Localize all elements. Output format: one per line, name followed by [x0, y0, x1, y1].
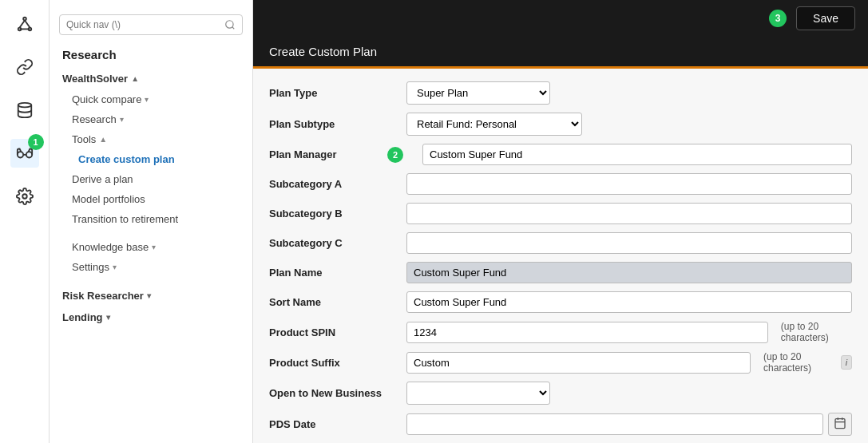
plan-name-row: Plan Name: [269, 262, 852, 283]
link-nav-item[interactable]: [10, 53, 39, 81]
sidebar-item-model-portfolios[interactable]: Model portfolios: [50, 189, 252, 209]
settings-label: Settings: [72, 261, 109, 273]
quick-compare-label: Quick compare: [72, 93, 141, 105]
info-icon[interactable]: i: [841, 355, 852, 370]
risk-researcher-group[interactable]: Risk Researcher ▾: [50, 285, 252, 307]
svg-point-11: [226, 21, 233, 28]
svg-point-8: [26, 152, 31, 157]
product-spin-label: Product SPIN: [269, 326, 397, 338]
risk-researcher-caret: ▾: [147, 291, 151, 300]
settings-caret: ▾: [113, 263, 117, 271]
subcategory-a-label: Subcategory A: [269, 178, 397, 190]
quick-compare-caret: ▾: [145, 95, 149, 104]
plan-manager-row: Plan Manager 2: [269, 144, 852, 165]
save-button[interactable]: Save: [796, 6, 855, 30]
knowledge-base-label: Knowledge base: [72, 241, 149, 253]
lending-caret: ▾: [106, 313, 110, 322]
form-body: Plan Type Super Plan Pension Plan Invest…: [253, 69, 868, 443]
open-to-new-business-select[interactable]: Yes No: [406, 382, 550, 405]
sidebar-badge-1: 1: [28, 134, 44, 150]
sidebar-item-quick-compare[interactable]: Quick compare ▾: [50, 89, 252, 109]
tools-label: Tools: [72, 133, 96, 145]
open-to-new-business-label: Open to New Business: [269, 387, 397, 399]
subcategory-b-row: Subcategory B: [269, 203, 852, 224]
plan-type-row: Plan Type Super Plan Pension Plan Invest…: [269, 81, 852, 105]
product-suffix-control: (up to 20 characters) i: [406, 351, 852, 374]
svg-point-6: [18, 103, 31, 108]
plan-type-control: Super Plan Pension Plan Investment Plan: [406, 81, 852, 105]
subcategory-b-control: [406, 203, 852, 224]
product-suffix-hint: (up to 20 characters): [763, 351, 831, 374]
subcategory-c-input[interactable]: [406, 232, 852, 254]
pds-date-input[interactable]: [406, 413, 823, 435]
sort-name-label: Sort Name: [269, 296, 397, 308]
main-content: 3 Save Create Custom Plan Plan Type Supe…: [253, 0, 868, 443]
plan-subtype-row: Plan Subtype Retail Fund: Personal Indus…: [269, 113, 852, 136]
plan-type-label: Plan Type: [269, 87, 397, 99]
risk-researcher-label: Risk Researcher: [62, 290, 144, 302]
subcategory-b-input[interactable]: [406, 203, 852, 224]
wealthsolver-group[interactable]: WealthSolver ▲: [50, 68, 252, 89]
calendar-icon: [834, 417, 846, 429]
pds-date-control: [406, 413, 852, 436]
plan-subtype-label: Plan Subtype: [269, 118, 397, 130]
top-bar-badge: 3: [769, 10, 787, 27]
product-spin-input[interactable]: [406, 322, 768, 343]
network-nav-item[interactable]: [10, 10, 39, 38]
open-to-new-business-row: Open to New Business Yes No: [269, 382, 852, 405]
pds-date-row: PDS Date: [269, 413, 852, 436]
form-title: Create Custom Plan: [253, 37, 868, 69]
form-container: Create Custom Plan Plan Type Super Plan …: [253, 37, 868, 443]
knowledge-base-caret: ▾: [152, 243, 156, 251]
plan-name-label: Plan Name: [269, 267, 397, 279]
form-badge-2: 2: [387, 147, 403, 163]
sidebar-item-derive-plan[interactable]: Derive a plan: [50, 169, 252, 189]
subcategory-a-input[interactable]: [406, 173, 852, 195]
plan-name-input[interactable]: [406, 262, 852, 283]
research-label: Research: [72, 113, 117, 125]
sidebar-item-research[interactable]: Research ▾: [50, 109, 252, 129]
product-spin-hint: (up to 20 characters): [781, 321, 852, 343]
tools-caret: ▲: [99, 135, 107, 144]
sort-name-input[interactable]: [406, 291, 852, 313]
svg-point-7: [17, 152, 22, 157]
sidebar-item-transition-retirement[interactable]: Transition to retirement: [50, 209, 252, 229]
wealthsolver-label: WealthSolver: [62, 73, 128, 85]
sidebar-item-settings[interactable]: Settings ▾: [50, 257, 252, 277]
sort-name-row: Sort Name: [269, 291, 852, 313]
lending-label: Lending: [62, 311, 103, 323]
database-nav-item[interactable]: [10, 96, 39, 125]
settings-nav-item[interactable]: [10, 182, 39, 211]
sidebar-item-knowledge-base[interactable]: Knowledge base ▾: [50, 237, 252, 257]
product-suffix-row: Product Suffix (up to 20 characters) i: [269, 351, 852, 374]
svg-point-10: [22, 194, 27, 199]
subcategory-c-control: [406, 232, 852, 254]
subcategory-a-control: [406, 173, 852, 195]
plan-name-control: [406, 262, 852, 283]
sort-name-control: [406, 291, 852, 313]
calendar-button[interactable]: [828, 413, 852, 436]
sidebar-item-tools[interactable]: Tools ▲: [50, 129, 252, 149]
svg-line-12: [232, 27, 235, 30]
icon-bar: 1: [0, 0, 50, 443]
svg-line-3: [19, 20, 24, 27]
search-input[interactable]: [66, 19, 224, 30]
plan-manager-label: Plan Manager: [269, 148, 397, 160]
sidebar-section-research: Research: [50, 45, 252, 68]
product-suffix-label: Product Suffix: [269, 357, 397, 369]
plan-subtype-select[interactable]: Retail Fund: Personal Industry Fund Corp…: [406, 113, 582, 136]
top-bar: 3 Save: [253, 0, 868, 37]
svg-point-0: [23, 18, 26, 21]
product-suffix-input[interactable]: [406, 352, 751, 374]
plan-manager-control: [422, 144, 852, 165]
binoculars-nav-item[interactable]: 1: [10, 139, 39, 168]
svg-line-4: [25, 20, 30, 27]
plan-subtype-control: Retail Fund: Personal Industry Fund Corp…: [406, 113, 852, 136]
plan-type-select[interactable]: Super Plan Pension Plan Investment Plan: [406, 81, 550, 105]
lending-group[interactable]: Lending ▾: [50, 307, 252, 328]
product-spin-control: (up to 20 characters): [406, 321, 852, 343]
open-to-new-business-control: Yes No: [406, 382, 852, 405]
plan-manager-input[interactable]: [422, 144, 852, 165]
quick-nav-search[interactable]: [59, 14, 243, 35]
sidebar-item-create-custom-plan[interactable]: Create custom plan: [50, 149, 252, 169]
